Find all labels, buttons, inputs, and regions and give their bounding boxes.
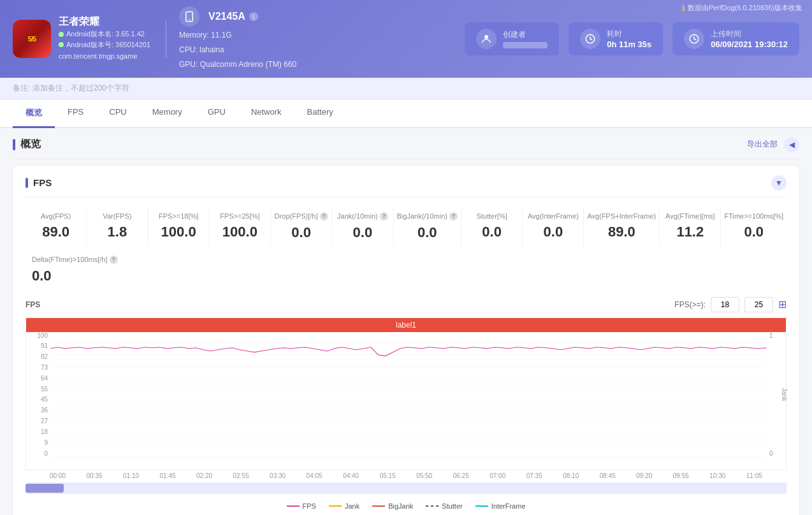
overview-section-header: 概览 导出全部 ◀ [13, 128, 799, 159]
tabs: 概览 FPS CPU Memory GPU Network Battery [0, 99, 812, 128]
jank-help-icon[interactable]: ? [380, 212, 388, 221]
chart-y-labels-right: 1 0 Jank [767, 332, 786, 457]
stat-stutter: Stutter[%] 0.0 [461, 207, 523, 246]
creator-icon [476, 29, 497, 49]
stat-drop-fps-label: Drop(FPS)[/h] ? [274, 212, 328, 221]
overview-collapse-btn[interactable]: ◀ [784, 137, 799, 152]
tab-memory[interactable]: Memory [140, 99, 195, 128]
chart-scrollbar-thumb[interactable] [25, 484, 64, 493]
stat-avg-fps-interframe: Avg(FPS+InterFrame) 89.0 [584, 207, 660, 246]
header: ℹ 数据由PerfDog(6.0.210836)版本收集 5/5 王者荣耀 An… [0, 0, 812, 78]
creator-card: 创建者 [465, 22, 559, 55]
stat-avg-ftime: Avg(FTime)[ms] 11.2 [660, 207, 721, 246]
fps-stats-grid: Avg(FPS) 89.0 Var(FPS) 1.8 FPS>=18[%] 10… [25, 207, 787, 246]
stat-fps18-value: 100.0 [152, 224, 206, 240]
legend-jank: Jank [329, 502, 359, 510]
stat-jank: Jank(/10min) ? 0.0 [332, 207, 393, 246]
legend-fps-line [287, 505, 300, 507]
export-all-link[interactable]: 导出全部 [747, 139, 778, 150]
legend-stutter: Stutter [426, 502, 462, 510]
device-info-badge[interactable]: i [249, 12, 258, 21]
duration-card: 耗时 0h 11m 35s [569, 22, 663, 55]
stat-bigjank: BigJank(/10min) ? 0.0 [394, 207, 461, 246]
fps-threshold-input-2[interactable] [744, 297, 773, 312]
stat-drop-fps: Drop(FPS)[/h] ? 0.0 [271, 207, 332, 246]
perfdog-note: ℹ 数据由PerfDog(6.0.210836)版本收集 [682, 3, 802, 13]
stat-bigjank-label: BigJank(/10min) ? [397, 212, 458, 221]
fps-section: FPS ▼ Avg(FPS) 89.0 Var(FPS) 1.8 FPS>=18… [13, 166, 799, 515]
stat-ftime100: FTime>=100ms[%] 0.0 [721, 207, 787, 246]
upload-time-label: 上传时间 [711, 29, 788, 40]
device-name-text: V2145A [208, 11, 245, 22]
tab-fps[interactable]: FPS [55, 99, 96, 128]
stat-avg-fps: Avg(FPS) 89.0 [25, 207, 87, 246]
device-memory: Memory: 11.1G [179, 29, 296, 41]
legend-interframe: InterFrame [475, 502, 526, 510]
stat-fps25: FPS>=25[%] 100.0 [210, 207, 271, 246]
tab-overview[interactable]: 概览 [13, 99, 55, 128]
delta-ftime-help-icon[interactable]: ? [110, 256, 118, 264]
duration-content: 耗时 0h 11m 35s [607, 29, 651, 49]
stat-var-fps-value: 1.8 [90, 224, 144, 240]
header-divider [166, 20, 166, 58]
chart-scrollbar[interactable] [25, 482, 787, 494]
chart-label-band: label1 [26, 318, 786, 332]
stat-fps25-value: 100.0 [213, 224, 267, 240]
legend-stutter-line [426, 505, 439, 507]
legend-bigjank-line [372, 505, 385, 507]
stat-bigjank-value: 0.0 [397, 224, 458, 241]
device-name-row: V2145A i [179, 6, 296, 27]
duration-value: 0h 11m 35s [607, 40, 651, 49]
legend-stutter-label: Stutter [442, 502, 462, 510]
stat-fps18: FPS>=18[%] 100.0 [149, 207, 210, 246]
device-gpu: GPU: Qualcomm Adreno (TM) 660 [179, 59, 296, 71]
app-android-version: Android版本名: 3.65.1.42 [59, 29, 150, 40]
fps-threshold-input-1[interactable] [711, 297, 739, 312]
creator-value-placeholder [503, 42, 547, 48]
chart-wrapper: label1 100 91 82 73 64 55 45 36 27 18 9 … [25, 317, 787, 470]
device-info: V2145A i Memory: 11.1G CPU: lahaina GPU:… [179, 6, 296, 71]
legend-bigjank: BigJank [372, 502, 413, 510]
chart-y-labels-left: 100 91 82 73 64 55 45 36 27 18 9 0 [26, 332, 50, 457]
stat-stutter-label: Stutter[%] [465, 212, 519, 220]
stat-fps18-label: FPS>=18[%] [152, 212, 206, 220]
stat-avg-fps-label: Avg(FPS) [29, 212, 83, 220]
stat-avg-fps-interframe-label: Avg(FPS+InterFrame) [587, 212, 656, 220]
fps-chart-svg[interactable] [50, 332, 767, 470]
fps-grid-icon[interactable]: ⊞ [778, 298, 787, 310]
stat-jank-value: 0.0 [335, 224, 389, 241]
bigjank-help-icon[interactable]: ? [449, 212, 458, 221]
app-info: 5/5 王者荣耀 Android版本名: 3.65.1.42 Android版本… [13, 15, 153, 62]
content: 概览 导出全部 ◀ FPS ▼ Avg(FPS) 89.0 Var(FPS) 1… [0, 128, 812, 515]
stat-avg-fps-interframe-value: 89.0 [587, 224, 656, 240]
upload-time-card: 上传时间 06/09/2021 19:30:12 [672, 22, 799, 55]
fps-threshold-label: FPS(>=): [674, 300, 706, 309]
fps-section-header: FPS ▼ [25, 175, 787, 198]
upload-time-icon [684, 29, 704, 49]
legend-jank-line [329, 505, 342, 507]
app-android-code: Android版本号: 365014201 [59, 40, 150, 51]
legend-interframe-line [475, 505, 488, 507]
chart-legend: FPS Jank BigJank Stutter InterFrame [25, 497, 787, 513]
stat-var-fps: Var(FPS) 1.8 [87, 207, 148, 246]
creator-content: 创建者 [503, 29, 547, 48]
tab-battery[interactable]: Battery [294, 99, 346, 128]
stat-ftime100-value: 0.0 [724, 224, 783, 240]
jank-vertical-label: Jank [781, 388, 788, 401]
tab-gpu[interactable]: GPU [195, 99, 238, 128]
tab-network[interactable]: Network [238, 99, 294, 128]
stat-avg-ftime-value: 11.2 [663, 224, 717, 240]
stat-avg-interframe-value: 0.0 [526, 224, 580, 240]
notes-bar: 备注: 添加备注，不超过200个字符 [0, 78, 812, 99]
stat-delta-ftime: Delta(FTime)>100ms[/h] ? 0.0 [25, 252, 124, 287]
device-icon [184, 11, 195, 22]
chart-controls: FPS FPS(>=): ⊞ [25, 297, 787, 312]
drop-fps-help-icon[interactable]: ? [320, 212, 328, 221]
fps-delta-grid: Delta(FTime)>100ms[/h] ? 0.0 [25, 252, 787, 287]
fps-section-title: FPS [25, 177, 52, 188]
tab-cpu[interactable]: CPU [96, 99, 139, 128]
overview-title: 概览 [13, 138, 41, 151]
stat-delta-ftime-value: 0.0 [32, 268, 118, 284]
fps-collapse-btn[interactable]: ▼ [771, 175, 787, 191]
stat-avg-interframe: Avg(InterFrame) 0.0 [523, 207, 584, 246]
